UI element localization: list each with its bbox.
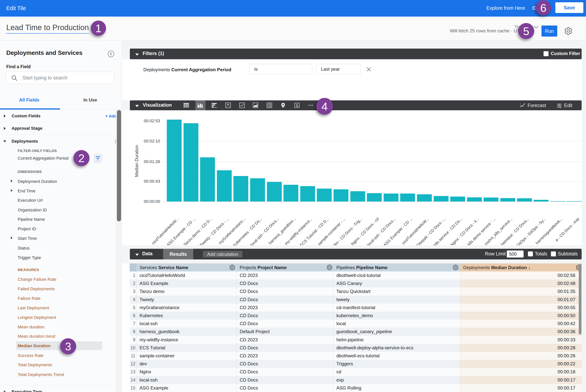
svg-text:6: 6 [296, 103, 298, 108]
